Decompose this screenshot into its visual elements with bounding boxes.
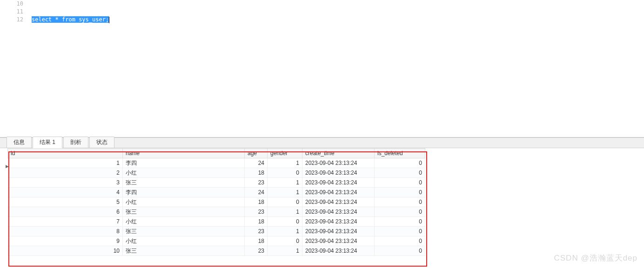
table-row[interactable]: 3张三2312023-09-04 23:13:240 xyxy=(8,178,425,188)
cell-id[interactable]: 3 xyxy=(8,178,123,188)
col-header-name[interactable]: name xyxy=(123,149,245,158)
cell-age[interactable]: 23 xyxy=(245,207,268,217)
cell-age[interactable]: 18 xyxy=(245,217,268,227)
cell-is-deleted[interactable]: 0 xyxy=(375,158,425,168)
cell-age[interactable]: 18 xyxy=(245,197,268,207)
cell-is-deleted[interactable]: 0 xyxy=(375,246,425,256)
cell-id[interactable]: 8 xyxy=(8,227,123,236)
cell-name[interactable]: 小红 xyxy=(123,236,245,246)
cell-name[interactable]: 张三 xyxy=(123,178,245,188)
col-header-age[interactable]: age xyxy=(245,149,268,158)
cell-is-deleted[interactable]: 0 xyxy=(375,178,425,188)
cell-name[interactable]: 李四 xyxy=(123,188,245,197)
cell-create-time[interactable]: 2023-09-04 23:13:24 xyxy=(302,246,375,256)
cell-age[interactable]: 23 xyxy=(245,178,268,188)
cell-gender[interactable]: 1 xyxy=(268,207,302,217)
cell-gender[interactable]: 1 xyxy=(268,158,302,168)
cell-name[interactable]: 小红 xyxy=(123,217,245,227)
cell-id[interactable]: 6 xyxy=(8,207,123,217)
cell-is-deleted[interactable]: 0 xyxy=(375,188,425,197)
col-header-gender[interactable]: gender xyxy=(268,149,302,158)
cell-age[interactable]: 18 xyxy=(245,168,268,178)
cell-is-deleted[interactable]: 0 xyxy=(375,207,425,217)
cell-name[interactable]: 李四 xyxy=(123,158,245,168)
cell-id[interactable]: 2 xyxy=(8,168,123,178)
cell-is-deleted[interactable]: 0 xyxy=(375,217,425,227)
cell-age[interactable]: 18 xyxy=(245,236,268,246)
table-row[interactable]: 7小红1802023-09-04 23:13:240 xyxy=(8,217,425,227)
cell-age[interactable]: 23 xyxy=(245,227,268,236)
cell-gender[interactable]: 1 xyxy=(268,227,302,236)
line-number: 11 xyxy=(0,8,23,16)
cell-age[interactable]: 24 xyxy=(245,188,268,197)
cell-create-time[interactable]: 2023-09-04 23:13:24 xyxy=(302,236,375,246)
table-row[interactable]: 1李四2412023-09-04 23:13:240 xyxy=(8,158,425,168)
cell-create-time[interactable]: 2023-09-04 23:13:24 xyxy=(302,158,375,168)
tab-result-1[interactable]: 结果 1 xyxy=(33,137,62,148)
cell-is-deleted[interactable]: 0 xyxy=(375,168,425,178)
cell-gender[interactable]: 1 xyxy=(268,188,302,197)
tab-status[interactable]: 状态 xyxy=(89,137,114,148)
results-panel: ▶ id name age gender create_time is_dele… xyxy=(0,148,644,268)
tab-info[interactable]: 信息 xyxy=(7,137,32,148)
header-row: id name age gender create_time is_delete… xyxy=(8,149,425,158)
cell-create-time[interactable]: 2023-09-04 23:13:24 xyxy=(302,217,375,227)
line-gutter: 10 11 12 xyxy=(0,0,29,24)
cell-gender[interactable]: 0 xyxy=(268,197,302,207)
cell-id[interactable]: 4 xyxy=(8,188,123,197)
sql-editor[interactable]: 10 11 12 select * from sys_user; xyxy=(0,0,644,137)
table-row[interactable]: 6张三2312023-09-04 23:13:240 xyxy=(8,207,425,217)
table-row[interactable]: 8张三2312023-09-04 23:13:240 xyxy=(8,227,425,236)
cell-create-time[interactable]: 2023-09-04 23:13:24 xyxy=(302,188,375,197)
cell-id[interactable]: 7 xyxy=(8,217,123,227)
selected-sql[interactable]: select * from sys_user; xyxy=(32,16,109,23)
cell-gender[interactable]: 0 xyxy=(268,217,302,227)
cell-name[interactable]: 小红 xyxy=(123,168,245,178)
col-header-id[interactable]: id xyxy=(8,149,123,158)
table-row[interactable]: 5小红1802023-09-04 23:13:240 xyxy=(8,197,425,207)
cell-name[interactable]: 小红 xyxy=(123,197,245,207)
grid-body: 1李四2412023-09-04 23:13:240 2小红1802023-09… xyxy=(8,158,425,256)
cell-create-time[interactable]: 2023-09-04 23:13:24 xyxy=(302,178,375,188)
cell-id[interactable]: 5 xyxy=(8,197,123,207)
cell-id[interactable]: 10 xyxy=(8,246,123,256)
text-cursor xyxy=(109,17,109,23)
cell-gender[interactable]: 1 xyxy=(268,178,302,188)
cell-id[interactable]: 1 xyxy=(8,158,123,168)
current-row-marker-icon: ▶ xyxy=(6,164,9,169)
cell-name[interactable]: 张三 xyxy=(123,227,245,236)
cell-create-time[interactable]: 2023-09-04 23:13:24 xyxy=(302,227,375,236)
cell-is-deleted[interactable]: 0 xyxy=(375,236,425,246)
col-header-create-time[interactable]: create_time xyxy=(302,149,375,158)
cell-id[interactable]: 9 xyxy=(8,236,123,246)
cell-create-time[interactable]: 2023-09-04 23:13:24 xyxy=(302,197,375,207)
cell-create-time[interactable]: 2023-09-04 23:13:24 xyxy=(302,168,375,178)
col-header-is-deleted[interactable]: is_deleted xyxy=(375,149,425,158)
cell-gender[interactable]: 1 xyxy=(268,246,302,256)
line-number: 10 xyxy=(0,0,23,8)
code-area[interactable]: select * from sys_user; xyxy=(29,0,644,24)
cell-age[interactable]: 23 xyxy=(245,246,268,256)
result-grid[interactable]: id name age gender create_time is_delete… xyxy=(7,148,425,256)
table-row[interactable]: 9小红1802023-09-04 23:13:240 xyxy=(8,236,425,246)
table-row[interactable]: 10张三2312023-09-04 23:13:240 xyxy=(8,246,425,256)
result-tabs: 信息 结果 1 剖析 状态 xyxy=(0,137,644,148)
cell-is-deleted[interactable]: 0 xyxy=(375,227,425,236)
sql-line[interactable]: select * from sys_user; xyxy=(32,16,644,24)
table-row[interactable]: 4李四2412023-09-04 23:13:240 xyxy=(8,188,425,197)
cell-name[interactable]: 张三 xyxy=(123,246,245,256)
cell-is-deleted[interactable]: 0 xyxy=(375,197,425,207)
cell-create-time[interactable]: 2023-09-04 23:13:24 xyxy=(302,207,375,217)
cell-name[interactable]: 张三 xyxy=(123,207,245,217)
cell-age[interactable]: 24 xyxy=(245,158,268,168)
line-number: 12 xyxy=(0,16,23,24)
tab-profile[interactable]: 剖析 xyxy=(63,137,88,148)
cell-gender[interactable]: 0 xyxy=(268,168,302,178)
cell-gender[interactable]: 0 xyxy=(268,236,302,246)
table-row[interactable]: 2小红1802023-09-04 23:13:240 xyxy=(8,168,425,178)
